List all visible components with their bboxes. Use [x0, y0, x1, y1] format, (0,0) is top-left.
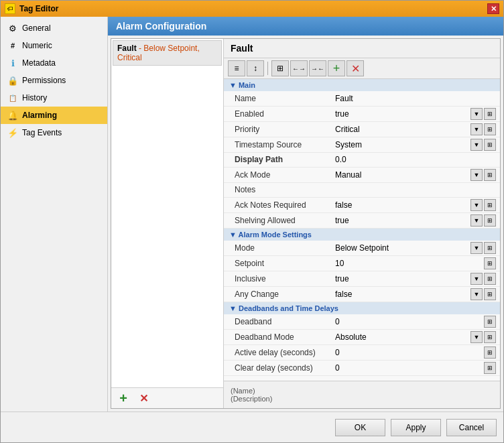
sidebar-item-history[interactable]: 📋 History: [1, 89, 107, 107]
inclusive-dropdown-btn[interactable]: ▼: [470, 273, 483, 285]
anychange-dropdown-btn[interactable]: ▼: [470, 288, 483, 300]
enabled-dropdown-btn[interactable]: ▼: [470, 108, 483, 120]
prop-setpoint-row: Setpoint 10 ⊞: [224, 255, 500, 271]
prop-enabled-value-cell: true ▼ ⊞: [331, 106, 500, 121]
sidebar-item-alarming[interactable]: 🔔 Alarming: [1, 107, 107, 124]
window-title: Tag Editor: [19, 4, 483, 13]
close-button[interactable]: ✕: [487, 3, 499, 14]
prop-ackmode-value-cell: Manual ▼ ⊞: [331, 167, 500, 182]
numeric-icon: #: [7, 40, 18, 51]
metadata-icon: ℹ: [7, 58, 18, 68]
prop-cleardelay-row: Clear delay (seconds) 0 ⊞: [224, 360, 500, 375]
prop-deadbandmode-row: Deadband Mode Absolute ▼ ⊞: [224, 329, 500, 344]
deadbandmode-edit-btn[interactable]: ⊞: [484, 331, 496, 343]
sidebar-item-permissions[interactable]: 🔒 Permissions: [1, 72, 107, 89]
acknotesreq-dropdown-btn[interactable]: ▼: [470, 199, 483, 211]
add-alarm-button[interactable]: +: [115, 391, 131, 405]
prop-name-value-cell: Fault: [331, 91, 500, 106]
prop-anychange-label: Any Change: [224, 286, 331, 302]
prop-cleardelay-value-cell: 0 ⊞: [331, 360, 500, 375]
alarm-body: Fault - Below Setpoint, Critical + ✕ Fau…: [111, 38, 501, 409]
toolbar-list-view-btn[interactable]: ≡: [228, 60, 245, 76]
setpoint-edit-btn[interactable]: ⊞: [484, 257, 496, 269]
prop-acknotesreq-value: false: [335, 200, 469, 210]
toolbar-grid-btn[interactable]: ⊞: [271, 60, 289, 76]
sidebar-item-tag-events[interactable]: ⚡ Tag Events: [1, 124, 107, 141]
enabled-edit-btn[interactable]: ⊞: [484, 108, 496, 120]
prop-mode-label: Mode: [224, 241, 331, 256]
ok-button[interactable]: OK: [335, 419, 385, 436]
properties-header: Fault: [224, 39, 500, 58]
ackmode-edit-btn[interactable]: ⊞: [484, 169, 496, 181]
tag-events-icon: ⚡: [7, 127, 18, 138]
prop-mode-value: Below Setpoint: [335, 243, 469, 253]
collapse-deadbands-icon[interactable]: ▼: [229, 304, 237, 312]
section-alarm-mode: ▼ Alarm Mode Settings: [224, 228, 500, 241]
prop-priority-label: Priority: [224, 121, 331, 137]
toolbar-del-btn[interactable]: ✕: [346, 60, 364, 76]
prop-shelving-value-cell: true ▼ ⊞: [331, 212, 500, 228]
prop-acknotesreq-row: Ack Notes Required false ▼ ⊞: [224, 197, 500, 212]
timestamp-dropdown-btn[interactable]: ▼: [470, 139, 483, 151]
prop-ackmode-row: Ack Mode Manual ▼ ⊞: [224, 167, 500, 182]
shelving-dropdown-btn[interactable]: ▼: [470, 214, 483, 227]
prop-displaypath-value: 0.0: [335, 155, 496, 164]
prop-timestamp-value-cell: System ▼ ⊞: [331, 137, 500, 152]
apply-button[interactable]: Apply: [391, 419, 441, 436]
priority-dropdown-btn[interactable]: ▼: [470, 123, 483, 135]
inclusive-edit-btn[interactable]: ⊞: [484, 273, 496, 285]
alarm-list-item-fault[interactable]: Fault - Below Setpoint, Critical: [113, 40, 222, 66]
ackmode-dropdown-btn[interactable]: ▼: [470, 169, 483, 181]
delete-alarm-button[interactable]: ✕: [135, 391, 151, 405]
section-deadbands: ▼ Deadbands and Time Delays: [224, 302, 500, 314]
main-content: ⚙ General # Numeric ℹ Metadata 🔒 Permiss…: [1, 17, 503, 412]
prop-notes-value-cell: [331, 182, 500, 197]
sidebar-item-numeric[interactable]: # Numeric: [1, 37, 107, 54]
properties-table: ▼ Main Name Fault: [224, 79, 500, 376]
prop-deadband-value-cell: 0 ⊞: [331, 314, 500, 330]
anychange-edit-btn[interactable]: ⊞: [484, 288, 496, 300]
collapse-main-icon[interactable]: ▼: [229, 81, 237, 89]
timestamp-edit-btn[interactable]: ⊞: [484, 139, 496, 151]
fault-title: Fault: [117, 44, 137, 53]
sidebar-item-metadata[interactable]: ℹ Metadata: [1, 54, 107, 72]
section-deadbands-label: Deadbands and Time Delays: [239, 304, 338, 312]
shelving-edit-btn[interactable]: ⊞: [484, 214, 496, 227]
deadbandmode-dropdown-btn[interactable]: ▼: [470, 331, 483, 343]
prop-name-row: Name Fault: [224, 91, 500, 106]
prop-inclusive-value-cell: true ▼ ⊞: [331, 271, 500, 286]
alarming-icon: 🔔: [7, 110, 18, 121]
prop-priority-value: Critical: [335, 125, 469, 134]
prop-deadband-row: Deadband 0 ⊞: [224, 314, 500, 330]
sidebar-item-general[interactable]: ⚙ General: [1, 19, 107, 37]
permissions-icon: 🔒: [7, 75, 18, 86]
prop-name-value: Fault: [335, 94, 496, 103]
properties-table-wrap[interactable]: ▼ Main Name Fault: [224, 79, 500, 381]
toolbar-move-left-btn[interactable]: ←→: [290, 60, 308, 76]
activedelay-edit-btn[interactable]: ⊞: [484, 346, 496, 359]
bottom-bar: OK Apply Cancel: [1, 412, 503, 442]
footer-name: (Name): [231, 387, 493, 395]
mode-edit-btn[interactable]: ⊞: [484, 242, 496, 254]
cancel-button[interactable]: Cancel: [446, 419, 497, 436]
title-bar: 🏷 Tag Editor ✕: [1, 1, 503, 17]
right-panel: Alarm Configuration Fault - Below Setpoi…: [108, 17, 503, 412]
toolbar-sort-btn[interactable]: ↕: [247, 60, 264, 76]
cleardelay-edit-btn[interactable]: ⊞: [484, 362, 496, 374]
acknotesreq-edit-btn[interactable]: ⊞: [484, 199, 496, 211]
prop-inclusive-value: true: [335, 274, 469, 283]
footer-desc: (Description): [231, 395, 493, 403]
collapse-alarmmode-icon[interactable]: ▼: [229, 231, 237, 239]
alarm-list-items: Fault - Below Setpoint, Critical: [111, 39, 223, 387]
prop-inclusive-row: Inclusive true ▼ ⊞: [224, 271, 500, 286]
section-main: ▼ Main: [224, 79, 500, 91]
toolbar-add-btn[interactable]: +: [328, 60, 345, 76]
properties-panel: Fault ≡ ↕ ⊞ ←→ →← + ✕: [224, 39, 500, 408]
prop-enabled-label: Enabled: [224, 106, 331, 121]
sidebar-label-alarming: Alarming: [22, 111, 57, 120]
mode-dropdown-btn[interactable]: ▼: [470, 242, 483, 254]
deadband-edit-btn[interactable]: ⊞: [484, 316, 496, 328]
priority-edit-btn[interactable]: ⊞: [484, 123, 496, 135]
prop-deadbandmode-value-cell: Absolute ▼ ⊞: [331, 329, 500, 344]
toolbar-move-right-btn[interactable]: →←: [309, 60, 326, 76]
